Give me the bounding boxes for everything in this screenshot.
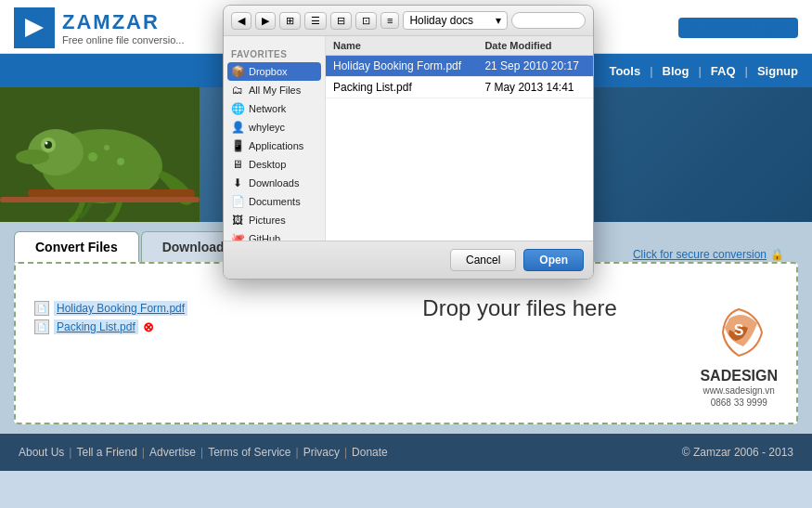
sidebar-item-network[interactable]: 🌐 Network [224,99,325,118]
dialog-toolbar: ◀ ▶ ⊞ ☰ ⊟ ⊡ ≡ Holiday docs ▾ [224,6,593,36]
applications-icon: 📱 [231,139,244,152]
github-icon: 🐙 [231,232,244,241]
sidebar-label-applications: Applications [249,140,303,151]
sidebar-label-downloads: Downloads [249,177,299,189]
dialog-cancel-button[interactable]: Cancel [450,249,516,271]
dialog-overlay: ◀ ▶ ⊞ ☰ ⊟ ⊡ ≡ Holiday docs ▾ FAVORITES 📦… [0,0,812,508]
sidebar-label-whyleyc: whyleyc [249,122,285,133]
dialog-view-list[interactable]: ☰ [304,12,327,30]
dialog-view-grid[interactable]: ⊞ [279,12,301,30]
documents-icon: 📄 [231,195,244,208]
sidebar-label-desktop: Desktop [249,159,286,170]
network-icon: 🌐 [231,102,244,115]
dialog-open-button[interactable]: Open [523,249,584,271]
col-name: Name [326,36,477,56]
sidebar-item-documents[interactable]: 📄 Documents [224,192,325,211]
favorites-label: FAVORITES [224,44,325,62]
dialog-path-label: Holiday docs [409,14,473,27]
file-date-cell: 21 Sep 2010 20:17 [477,56,593,77]
files-table: Name Date Modified Holiday Booking Form.… [326,36,593,98]
sidebar-item-whyleyc[interactable]: 👤 whyleyc [224,118,325,137]
sidebar-label-all-files: All My Files [249,85,301,96]
dialog-files-panel: Name Date Modified Holiday Booking Form.… [326,36,593,241]
sidebar-item-downloads[interactable]: ⬇ Downloads [224,174,325,192]
dialog-view-cover[interactable]: ⊡ [355,12,377,30]
sidebar-item-dropbox[interactable]: 📦 Dropbox [227,62,321,81]
sidebar-item-github[interactable]: 🐙 GitHub [224,229,325,241]
dialog-sidebar: FAVORITES 📦 Dropbox 🗂 All My Files 🌐 Net… [224,36,326,241]
file-name-cell: Holiday Booking Form.pdf [326,56,477,77]
sidebar-label-network: Network [249,103,286,114]
all-files-icon: 🗂 [231,84,244,97]
dialog-view-columns[interactable]: ⊟ [330,12,352,30]
table-row[interactable]: Packing List.pdf7 May 2013 14:41 [326,77,593,98]
pictures-icon: 🖼 [231,214,244,227]
file-dialog: ◀ ▶ ⊞ ☰ ⊟ ⊡ ≡ Holiday docs ▾ FAVORITES 📦… [223,5,594,280]
sidebar-label-documents: Documents [249,196,301,207]
file-name-cell: Packing List.pdf [326,77,477,98]
downloads-icon: ⬇ [231,176,244,189]
dropbox-icon: 📦 [231,65,244,78]
dialog-search-input[interactable] [511,12,586,29]
table-row[interactable]: Holiday Booking Form.pdf21 Sep 2010 20:1… [326,56,593,77]
desktop-icon: 🖥 [231,158,244,171]
sidebar-item-applications[interactable]: 📱 Applications [224,137,325,155]
sidebar-label-pictures: Pictures [249,215,286,226]
sidebar-item-desktop[interactable]: 🖥 Desktop [224,155,325,174]
col-date: Date Modified [477,36,593,56]
dialog-body: FAVORITES 📦 Dropbox 🗂 All My Files 🌐 Net… [224,36,593,241]
dialog-forward-button[interactable]: ▶ [255,12,276,30]
sidebar-item-all-files[interactable]: 🗂 All My Files [224,81,325,99]
dialog-action-button[interactable]: ≡ [380,12,399,29]
dialog-path-chevron: ▾ [496,14,501,27]
dialog-footer: Cancel Open [224,241,593,279]
user-icon: 👤 [231,121,244,134]
dialog-path[interactable]: Holiday docs ▾ [403,11,508,30]
file-date-cell: 7 May 2013 14:41 [477,77,593,98]
sidebar-label-dropbox: Dropbox [249,66,288,77]
dialog-back-button[interactable]: ◀ [231,12,251,30]
sidebar-label-github: GitHub [249,233,280,241]
sidebar-item-pictures[interactable]: 🖼 Pictures [224,211,325,229]
